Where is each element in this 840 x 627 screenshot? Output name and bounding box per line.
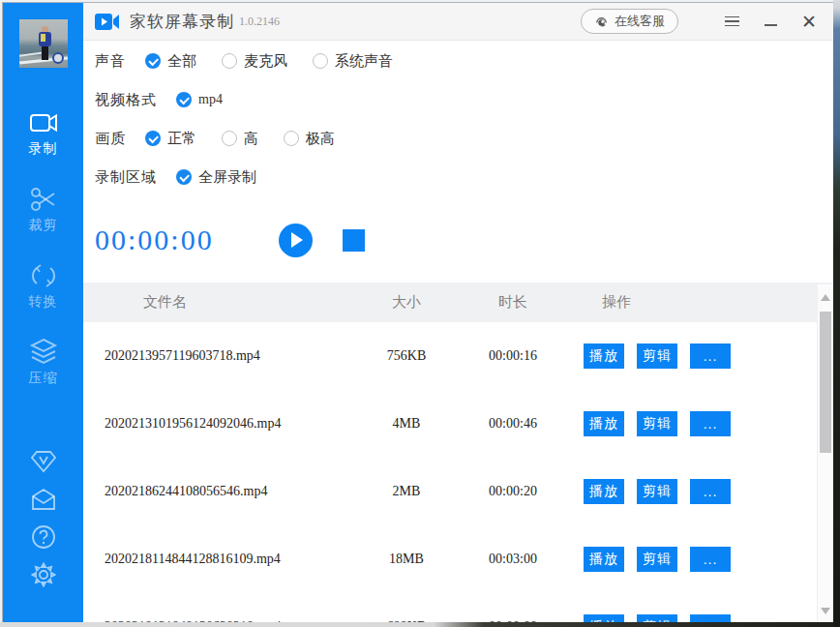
scroll-down-icon[interactable] (821, 608, 830, 614)
file-name: 2020218114844128816109.mp4 (83, 552, 348, 567)
headset-icon (594, 15, 609, 29)
file-duration: 00:00:20 (465, 484, 561, 499)
play-button[interactable]: 播放 (584, 343, 624, 369)
scrollbar-thumb[interactable] (820, 312, 831, 453)
radio-sound-all[interactable]: 全部 (145, 52, 196, 71)
file-size: 18MB (348, 552, 465, 567)
radio-label: 全部 (167, 52, 196, 71)
timer-display: 00:00:00 (95, 224, 279, 256)
radio-selected-icon (176, 92, 192, 107)
start-record-button[interactable] (279, 224, 313, 257)
radio-format-mp4[interactable]: mp4 (176, 92, 223, 107)
play-button[interactable]: 播放 (584, 614, 624, 622)
sidebar-item-compress[interactable]: 压缩 (3, 332, 83, 393)
radio-label: 系统声音 (335, 52, 393, 71)
help-icon (31, 524, 56, 550)
file-size: 2MB (348, 484, 465, 499)
more-button[interactable]: ... (690, 614, 731, 622)
close-icon: ✕ (801, 13, 817, 31)
table-row: 20202186244108056546.mp4 2MB 00:00:20 播放… (83, 458, 833, 525)
hamburger-icon (725, 16, 739, 27)
radio-label: 高 (244, 130, 258, 148)
file-duration: 00:00:46 (465, 416, 561, 432)
radio-sound-mic[interactable]: 麦克风 (222, 52, 287, 71)
online-support-button[interactable]: 在线客服 (581, 9, 678, 34)
vertical-scrollbar[interactable] (817, 284, 833, 622)
table-row: 2020213101956124092046.mp4 4MB 00:00:46 … (83, 390, 833, 458)
vip-diamond-icon (31, 449, 56, 474)
edit-button[interactable]: 剪辑 (637, 411, 677, 436)
stop-record-button[interactable] (343, 229, 365, 252)
recorder-controls: 00:00:00 (95, 218, 833, 262)
scroll-up-icon[interactable] (821, 294, 830, 301)
column-header-size: 大小 (348, 293, 465, 312)
column-header-filename: 文件名 (83, 293, 348, 312)
play-button[interactable]: 播放 (584, 547, 624, 572)
radio-selected-icon (145, 131, 161, 146)
option-label: 视频格式 (95, 91, 157, 109)
file-size: 756KB (348, 348, 465, 364)
user-avatar[interactable] (19, 19, 68, 68)
sidebar-item-crop[interactable]: 裁剪 (3, 179, 83, 240)
option-label: 录制区域 (95, 168, 157, 187)
layers-icon (28, 338, 59, 367)
sidebar-item-label: 转换 (29, 293, 58, 311)
recording-options: 声音 全部 麦克风 系统声音 (83, 42, 833, 196)
play-button[interactable]: 播放 (584, 479, 624, 504)
sidebar-item-convert[interactable]: 转换 (3, 255, 83, 316)
option-row-quality: 画质 正常 高 极高 (95, 119, 833, 158)
radio-label: 极高 (306, 130, 335, 148)
minimize-button[interactable] (760, 11, 781, 32)
more-button[interactable]: ... (690, 343, 731, 369)
menu-button[interactable] (721, 11, 742, 32)
radio-icon (222, 53, 237, 69)
help-button[interactable] (29, 522, 58, 552)
feedback-button[interactable] (29, 485, 58, 514)
more-button[interactable]: ... (690, 479, 731, 504)
radio-sound-system[interactable]: 系统声音 (313, 52, 393, 71)
radio-quality-high[interactable]: 高 (222, 130, 258, 148)
file-duration: 00:00:16 (465, 348, 561, 364)
edit-button[interactable]: 剪辑 (637, 479, 677, 504)
online-support-label: 在线客服 (615, 13, 665, 30)
settings-gear-icon (31, 562, 56, 587)
edit-button[interactable]: 剪辑 (637, 614, 677, 622)
radio-selected-icon (145, 53, 161, 69)
more-button[interactable]: ... (690, 547, 731, 572)
option-label: 画质 (95, 130, 126, 148)
desktop-edge-right (833, 0, 840, 627)
minimize-icon (765, 24, 777, 26)
table-row: 2020218114844128816109.mp4 18MB 00:03:00… (83, 525, 833, 593)
video-camera-icon (28, 108, 59, 137)
main-panel: 声音 全部 麦克风 系统声音 (83, 42, 833, 622)
edit-button[interactable]: 剪辑 (637, 343, 677, 369)
close-button[interactable]: ✕ (798, 11, 820, 32)
vip-button[interactable] (29, 447, 58, 476)
radio-icon (222, 131, 237, 146)
title-bar: 家软屏幕录制 1.0.2146 在线客服 ✕ (83, 3, 833, 41)
app-version: 1.0.2146 (239, 15, 280, 29)
radio-quality-ultra[interactable]: 极高 (284, 130, 335, 148)
file-name: 2020213101956124092046.mp4 (83, 416, 348, 432)
radio-label: 麦克风 (244, 52, 287, 71)
option-row-area: 录制区域 全屏录制 (95, 158, 833, 196)
sidebar-item-label: 录制 (29, 140, 58, 158)
radio-icon (313, 53, 328, 69)
radio-label: mp4 (198, 92, 223, 107)
more-button[interactable]: ... (690, 411, 731, 436)
mail-icon (31, 487, 56, 512)
scissors-icon (28, 185, 59, 214)
file-name: 2020213957119603718.mp4 (83, 348, 348, 364)
settings-button[interactable] (29, 560, 58, 589)
radio-area-fullscreen[interactable]: 全屏录制 (176, 168, 256, 187)
radio-quality-normal[interactable]: 正常 (145, 130, 196, 148)
table-row: 2020218121848130620218.mp4 699KB 00:00:0… (83, 593, 833, 622)
radio-selected-icon (176, 169, 192, 185)
file-duration: 00:03:00 (465, 552, 561, 567)
play-button[interactable]: 播放 (584, 411, 624, 436)
app-window: 家软屏幕录制 1.0.2146 在线客服 ✕ (2, 2, 834, 623)
edit-button[interactable]: 剪辑 (637, 547, 677, 572)
option-row-sound: 声音 全部 麦克风 系统声音 (95, 42, 833, 80)
app-title: 家软屏幕录制 (130, 11, 234, 33)
sidebar-item-record[interactable]: 录制 (3, 103, 83, 164)
